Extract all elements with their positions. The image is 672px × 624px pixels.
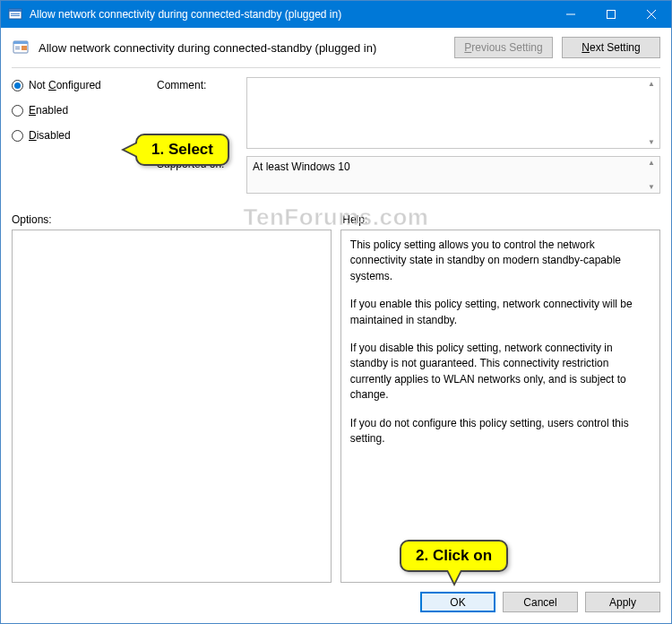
fields: Comment: ▲▼ Supported on: At least Windo… (157, 77, 660, 201)
window-title: Allow network connectivity during connec… (30, 8, 550, 21)
help-paragraph: This policy setting allows you to contro… (350, 238, 650, 284)
svg-rect-8 (15, 48, 20, 49)
radio-icon (12, 80, 23, 91)
help-paragraph: If you do not configure this policy sett… (350, 416, 650, 447)
client-area: Allow network connectivity during connec… (1, 28, 671, 623)
state-radios: Not Configured Enabled Disabled (12, 77, 146, 201)
radio-icon (12, 105, 23, 117)
help-paragraph: If you disable this policy setting, netw… (350, 341, 650, 403)
ok-button[interactable]: OK (420, 592, 495, 612)
radio-disabled[interactable]: Disabled (12, 129, 146, 142)
scroll-arrows[interactable]: ▲▼ (645, 159, 658, 191)
scroll-arrows[interactable]: ▲▼ (645, 80, 658, 146)
svg-rect-4 (607, 11, 615, 19)
svg-rect-6 (13, 41, 28, 44)
radio-label: Enabled (29, 104, 68, 117)
titlebar: Allow network connectivity during connec… (1, 1, 671, 28)
minimize-button[interactable] (550, 1, 590, 28)
supported-on-box: At least Windows 10 ▲▼ (246, 156, 660, 194)
options-panel[interactable] (12, 230, 332, 583)
maximize-button[interactable] (590, 1, 631, 28)
comment-textarea[interactable]: ▲▼ (246, 77, 660, 149)
options-label: Options: (12, 213, 342, 226)
policy-header: Allow network connectivity during connec… (12, 37, 660, 65)
comment-label: Comment: (157, 77, 237, 91)
radio-label: Not Configured (29, 79, 101, 91)
apply-button[interactable]: Apply (585, 592, 660, 612)
close-button[interactable] (631, 1, 671, 28)
policy-icon (12, 39, 30, 56)
help-panel[interactable]: This policy setting allows you to contro… (340, 230, 660, 583)
previous-setting-button[interactable]: Previous Setting (454, 37, 553, 58)
help-label: Help: (342, 213, 660, 226)
radio-not-configured[interactable]: Not Configured (12, 79, 146, 91)
policy-title: Allow network connectivity during connec… (39, 41, 445, 55)
annotation-select: 1. Select (135, 134, 229, 166)
radio-label: Disabled (29, 129, 71, 142)
next-setting-button[interactable]: Next Setting (562, 37, 660, 58)
svg-rect-7 (15, 47, 20, 48)
help-paragraph: If you enable this policy setting, netwo… (350, 297, 650, 328)
gpedit-policy-window: Allow network connectivity during connec… (0, 0, 672, 624)
config-area: Not Configured Enabled Disabled Comment:… (12, 77, 660, 201)
svg-rect-2 (11, 13, 20, 14)
gpedit-icon (8, 7, 22, 22)
svg-rect-9 (22, 46, 27, 50)
dialog-footer: OK Cancel Apply (12, 583, 660, 612)
radio-enabled[interactable]: Enabled (12, 104, 146, 117)
radio-icon (12, 130, 23, 142)
annotation-click-on: 2. Click on (400, 540, 508, 572)
panels: This policy setting allows you to contro… (12, 230, 660, 583)
svg-rect-1 (9, 9, 22, 12)
svg-rect-3 (11, 15, 20, 16)
separator (12, 67, 660, 68)
cancel-button[interactable]: Cancel (503, 592, 578, 612)
